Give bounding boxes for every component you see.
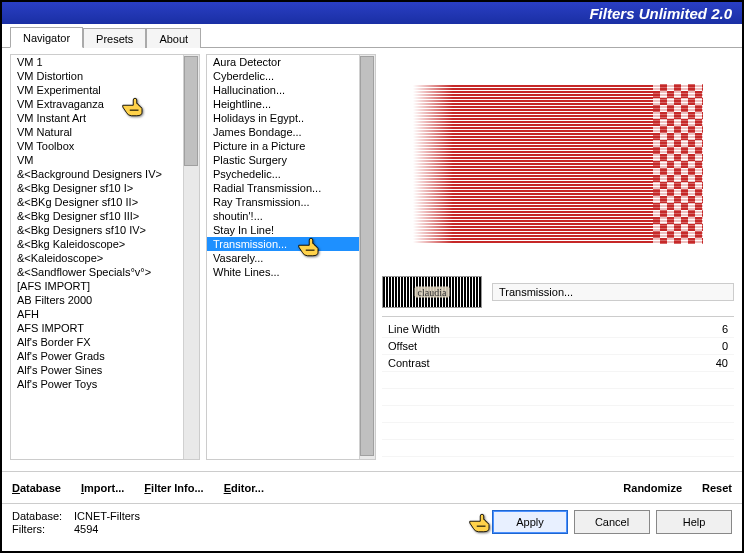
param-row-empty: ..: [382, 440, 734, 457]
tab-navigator[interactable]: Navigator: [10, 27, 83, 48]
nav-item[interactable]: Alf's Power Sines: [11, 363, 199, 377]
param-value: 0: [722, 340, 728, 352]
status-filters-value: 4594: [74, 523, 98, 535]
filter-item[interactable]: Plastic Surgery: [207, 153, 375, 167]
param-row-empty: ..: [382, 389, 734, 406]
filter-item[interactable]: Holidays in Egypt..: [207, 111, 375, 125]
app-title: Filters Unlimited 2.0: [589, 5, 732, 22]
tab-about[interactable]: About: [146, 28, 201, 48]
filter-item[interactable]: Aura Detector: [207, 55, 375, 69]
toolbar-randomize[interactable]: Randomize: [623, 482, 682, 494]
filter-item[interactable]: Psychedelic...: [207, 167, 375, 181]
nav-item[interactable]: VM Experimental: [11, 83, 199, 97]
nav-item[interactable]: VM Natural: [11, 125, 199, 139]
navigator-column: VM 1VM DistortionVM ExperimentalVM Extra…: [10, 54, 200, 469]
nav-item[interactable]: &<Sandflower Specials°v°>: [11, 265, 199, 279]
filters-column: Aura DetectorCyberdelic...Hallucination.…: [206, 54, 376, 469]
param-value: 6: [722, 323, 728, 335]
status-block: Database: ICNET-Filters Filters: 4594: [12, 510, 140, 535]
body: VM 1VM DistortionVM ExperimentalVM Extra…: [2, 48, 742, 469]
nav-item[interactable]: VM Instant Art: [11, 111, 199, 125]
filter-item[interactable]: James Bondage...: [207, 125, 375, 139]
preview-fade: [413, 84, 453, 244]
scrollbar-track[interactable]: [183, 55, 199, 459]
nav-item[interactable]: &<Background Designers IV>: [11, 167, 199, 181]
cancel-button[interactable]: Cancel: [574, 510, 650, 534]
nav-item[interactable]: &<Kaleidoscope>: [11, 251, 199, 265]
navigator-list[interactable]: VM 1VM DistortionVM ExperimentalVM Extra…: [10, 54, 200, 460]
nav-item[interactable]: &<Bkg Designer sf10 I>: [11, 181, 199, 195]
filter-item[interactable]: Cyberdelic...: [207, 69, 375, 83]
filter-item[interactable]: Hallucination...: [207, 83, 375, 97]
preview-area: [382, 54, 734, 274]
tab-presets[interactable]: Presets: [83, 28, 146, 48]
preview-canvas: [413, 84, 703, 244]
status-filters: Filters: 4594: [12, 523, 140, 535]
filter-item[interactable]: Picture in a Picture: [207, 139, 375, 153]
help-button[interactable]: Help: [656, 510, 732, 534]
filter-name-field[interactable]: Transmission...: [492, 283, 734, 301]
toolbar-reset[interactable]: Reset: [702, 482, 732, 494]
titlebar: Filters Unlimited 2.0: [2, 2, 742, 24]
nav-item[interactable]: &<Bkg Designer sf10 III>: [11, 209, 199, 223]
button-row: Apply Cancel Help: [492, 510, 732, 534]
param-row[interactable]: Contrast40: [382, 355, 734, 372]
nav-item[interactable]: [AFS IMPORT]: [11, 279, 199, 293]
nav-item[interactable]: VM Extravaganza: [11, 97, 199, 111]
toolbar-editor[interactable]: Editor...: [224, 482, 264, 494]
nav-item[interactable]: AFH: [11, 307, 199, 321]
filter-item[interactable]: Transmission...: [207, 237, 375, 251]
nav-item[interactable]: VM: [11, 153, 199, 167]
nav-item[interactable]: VM Toolbox: [11, 139, 199, 153]
filter-item[interactable]: Heightline...: [207, 97, 375, 111]
scrollbar-thumb[interactable]: [360, 56, 374, 456]
filter-item[interactable]: Vasarely...: [207, 251, 375, 265]
param-label: Contrast: [388, 357, 430, 369]
filter-item[interactable]: White Lines...: [207, 265, 375, 279]
footer: Database: ICNET-Filters Filters: 4594 Ap…: [2, 503, 742, 551]
nav-item[interactable]: AB Filters 2000: [11, 293, 199, 307]
nav-item[interactable]: Alf's Power Grads: [11, 349, 199, 363]
scrollbar-track[interactable]: [359, 55, 375, 459]
nav-item[interactable]: &<Bkg Designers sf10 IV>: [11, 223, 199, 237]
filter-thumbnail: claudia: [382, 276, 482, 308]
nav-item[interactable]: AFS IMPORT: [11, 321, 199, 335]
param-label: Line Width: [388, 323, 440, 335]
status-filters-label: Filters:: [12, 523, 68, 535]
status-db-value: ICNET-Filters: [74, 510, 140, 522]
nav-item[interactable]: Alf's Power Toys: [11, 377, 199, 391]
param-row[interactable]: Offset0: [382, 338, 734, 355]
param-label: Offset: [388, 340, 417, 352]
param-row-empty: ..: [382, 423, 734, 440]
nav-item[interactable]: VM 1: [11, 55, 199, 69]
nav-item[interactable]: &<BKg Designer sf10 II>: [11, 195, 199, 209]
filter-item[interactable]: shoutin'!...: [207, 209, 375, 223]
toolbar: Database Import... Filter Info... Editor…: [2, 471, 742, 503]
status-db-label: Database:: [12, 510, 68, 522]
toolbar-filter-info[interactable]: Filter Info...: [144, 482, 203, 494]
filters-list[interactable]: Aura DetectorCyberdelic...Hallucination.…: [206, 54, 376, 460]
param-row-empty: ..: [382, 406, 734, 423]
toolbar-database[interactable]: Database: [12, 482, 61, 494]
param-row-empty: ..: [382, 372, 734, 389]
param-row[interactable]: Line Width6: [382, 321, 734, 338]
toolbar-import[interactable]: Import...: [81, 482, 124, 494]
scrollbar-thumb[interactable]: [184, 56, 198, 166]
apply-button[interactable]: Apply: [492, 510, 568, 534]
thumbnail-label: claudia: [415, 287, 450, 298]
filter-item[interactable]: Radial Transmission...: [207, 181, 375, 195]
preview-checker: [653, 84, 703, 244]
param-value: 40: [716, 357, 728, 369]
nav-item[interactable]: VM Distortion: [11, 69, 199, 83]
filter-item[interactable]: Stay In Line!: [207, 223, 375, 237]
tab-strip: NavigatorPresetsAbout: [2, 24, 742, 48]
params-panel: Line Width6Offset0Contrast40..........: [382, 316, 734, 457]
filter-item[interactable]: Ray Transmission...: [207, 195, 375, 209]
nav-item[interactable]: &<Bkg Kaleidoscope>: [11, 237, 199, 251]
status-database: Database: ICNET-Filters: [12, 510, 140, 522]
filter-name-row: claudia Transmission...: [382, 276, 734, 308]
nav-item[interactable]: Alf's Border FX: [11, 335, 199, 349]
right-column: claudia Transmission... Line Width6Offse…: [382, 54, 734, 469]
app-window: Filters Unlimited 2.0 NavigatorPresetsAb…: [0, 0, 744, 553]
